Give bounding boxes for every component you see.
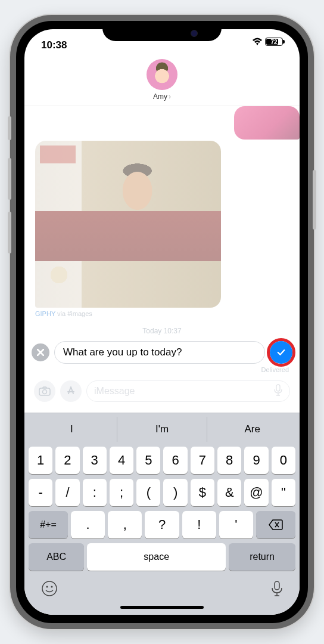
key-symbols[interactable]: #+= <box>29 511 68 538</box>
key-row-1: 1 2 3 4 5 6 7 8 9 0 <box>29 447 295 474</box>
key-slash[interactable]: / <box>55 479 79 506</box>
key-9[interactable]: 9 <box>244 447 268 474</box>
key-2[interactable]: 2 <box>55 447 79 474</box>
keyboard: I I'm Are 1 2 3 4 5 6 7 8 9 0 - <box>24 413 300 615</box>
key-abc[interactable]: ABC <box>29 543 84 571</box>
key-3[interactable]: 3 <box>83 447 107 474</box>
confirm-edit-button[interactable] <box>270 341 292 364</box>
battery-percent: 72 <box>270 39 277 45</box>
key-paren-open[interactable]: ( <box>136 479 160 506</box>
camera-button[interactable] <box>34 380 55 402</box>
gif-source-suffix: via #images <box>55 310 92 317</box>
received-gif-bubble[interactable]: GIPHY via #images <box>35 141 221 317</box>
mute-switch <box>8 116 11 140</box>
key-dash[interactable]: - <box>29 479 52 506</box>
edit-message-bar: What are you up to today? <box>32 341 292 364</box>
sent-image-bubble[interactable] <box>234 106 300 140</box>
cancel-edit-button[interactable] <box>32 343 49 361</box>
key-quote[interactable]: " <box>272 479 295 506</box>
key-backspace[interactable] <box>256 511 295 538</box>
notch <box>102 21 222 41</box>
svg-point-5 <box>51 586 53 588</box>
suggestion-bar: I I'm Are <box>27 417 297 442</box>
wifi-icon <box>252 38 263 46</box>
conversation-header[interactable]: Amy› <box>24 55 300 106</box>
emoji-button[interactable] <box>41 580 58 601</box>
compose-row: iMessage <box>34 380 290 402</box>
volume-up-button <box>8 158 11 200</box>
message-input[interactable]: iMessage <box>86 380 290 402</box>
key-row-4: ABC space return <box>29 543 295 571</box>
key-at[interactable]: @ <box>244 479 268 506</box>
key-space[interactable]: space <box>87 543 226 571</box>
key-semicolon[interactable]: ; <box>110 479 133 506</box>
chevron-right-icon: › <box>169 92 171 101</box>
key-return[interactable]: return <box>229 543 295 571</box>
key-comma[interactable]: , <box>108 511 142 538</box>
dictate-icon[interactable] <box>274 384 282 398</box>
status-time: 10:38 <box>41 39 67 51</box>
key-paren-close[interactable]: ) <box>163 479 187 506</box>
conversation-area: GIPHY via #images Today 10:37 What are y… <box>24 106 300 413</box>
key-4[interactable]: 4 <box>110 447 133 474</box>
edit-message-input[interactable]: What are you up to today? <box>54 341 265 364</box>
suggestion-3[interactable]: Are <box>207 417 297 442</box>
battery-icon: 72 <box>265 38 283 46</box>
message-placeholder: iMessage <box>94 386 135 397</box>
key-colon[interactable]: : <box>83 479 107 506</box>
svg-rect-2 <box>276 385 280 391</box>
gif-source-link[interactable]: GIPHY <box>35 310 55 317</box>
suggestion-2[interactable]: I'm <box>117 417 208 442</box>
suggestion-1[interactable]: I <box>27 417 117 442</box>
gif-image[interactable] <box>35 141 221 308</box>
home-indicator[interactable] <box>120 606 204 609</box>
key-period[interactable]: . <box>71 511 105 538</box>
power-button <box>313 170 316 230</box>
svg-point-1 <box>43 390 47 394</box>
delivered-label: Delivered <box>261 366 289 373</box>
key-6[interactable]: 6 <box>163 447 187 474</box>
gif-attribution: GIPHY via #images <box>35 310 221 317</box>
contact-avatar[interactable] <box>147 59 177 90</box>
key-dollar[interactable]: $ <box>191 479 214 506</box>
app-store-button[interactable] <box>60 380 82 402</box>
key-question[interactable]: ? <box>145 511 179 538</box>
dictate-button[interactable] <box>271 580 283 601</box>
key-amp[interactable]: & <box>217 479 241 506</box>
key-1[interactable]: 1 <box>29 447 52 474</box>
key-row-2: - / : ; ( ) $ & @ " <box>29 479 295 506</box>
key-apostrophe[interactable]: ' <box>219 511 253 538</box>
svg-point-4 <box>46 586 48 588</box>
key-7[interactable]: 7 <box>191 447 214 474</box>
key-5[interactable]: 5 <box>136 447 160 474</box>
contact-name[interactable]: Amy› <box>24 92 300 101</box>
key-8[interactable]: 8 <box>217 447 241 474</box>
key-row-3: #+= . , ? ! ' <box>29 511 295 538</box>
volume-down-button <box>8 212 11 253</box>
key-exclaim[interactable]: ! <box>182 511 216 538</box>
svg-point-3 <box>42 581 57 596</box>
phone-frame: 10:38 72 Amy› <box>10 15 314 629</box>
key-0[interactable]: 0 <box>272 447 295 474</box>
contact-name-label: Amy <box>153 92 167 101</box>
timestamp-label: Today 10:37 <box>24 327 300 335</box>
svg-rect-6 <box>275 581 279 590</box>
